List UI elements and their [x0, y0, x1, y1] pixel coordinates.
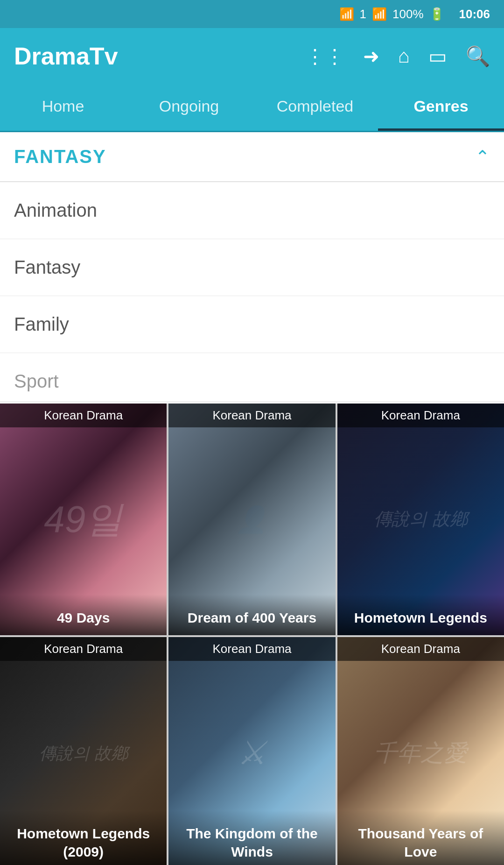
battery-icon: 🔋: [429, 7, 444, 21]
card-deco: 千年之愛: [342, 665, 499, 841]
drama-category: Korean Drama: [0, 404, 167, 427]
drama-card-thousand-years[interactable]: Korean Drama 千年之愛 Thousand Years of Love: [337, 637, 504, 865]
tab-ongoing[interactable]: Ongoing: [126, 84, 252, 131]
app-header: DramaTv ⋮⋮ ➜ ⌂ ▭ 🔍: [0, 28, 504, 84]
search-icon[interactable]: 🔍: [466, 45, 490, 68]
time-display: 10:06: [459, 7, 490, 21]
tab-home[interactable]: Home: [0, 84, 126, 131]
drama-category: Korean Drama: [337, 637, 504, 661]
battery-percent: 100%: [392, 7, 424, 21]
genre-item-sport[interactable]: Sport: [0, 353, 504, 402]
nav-tabs: Home Ongoing Completed Genres: [0, 84, 504, 132]
card-deco: 傳說의 故鄕: [5, 665, 162, 841]
genre-list: Animation Fantasy Family Sport: [0, 182, 504, 402]
drama-card-dream-400[interactable]: Korean Drama 👤 Dream of 400 Years: [168, 404, 335, 635]
drama-card-hometown-legends[interactable]: Korean Drama 傳說의 故鄕 Hometown Legends: [337, 404, 504, 635]
wifi-icon: 📶: [339, 7, 354, 21]
drama-card-hometown-2009[interactable]: Korean Drama 傳說의 故鄕 Hometown Legends (20…: [0, 637, 167, 865]
drama-card-kingdom-winds[interactable]: Korean Drama ⚔ The Kingdom of the Winds: [168, 637, 335, 865]
genre-section-title: FANTASY: [14, 146, 106, 167]
home-icon[interactable]: ⌂: [398, 45, 410, 67]
drama-category: Korean Drama: [337, 404, 504, 427]
drama-category: Korean Drama: [168, 404, 335, 427]
genre-item-animation[interactable]: Animation: [0, 182, 504, 239]
header-icons: ⋮⋮ ➜ ⌂ ▭ 🔍: [305, 45, 490, 68]
sim-icon: 1: [360, 7, 366, 21]
grid-icon[interactable]: ⋮⋮: [305, 45, 344, 68]
drama-category: Korean Drama: [0, 637, 167, 661]
card-deco: 傳說의 故鄕: [342, 432, 499, 607]
status-bar: 📶 1 📶 100% 🔋 10:06: [0, 0, 504, 28]
card-deco: ⚔: [173, 665, 330, 841]
genre-item-fantasy[interactable]: Fantasy: [0, 239, 504, 296]
app-title: DramaTv: [14, 42, 118, 70]
tab-completed[interactable]: Completed: [252, 84, 378, 131]
signal-icon: 📶: [372, 7, 387, 21]
drama-card-49-days[interactable]: Korean Drama 49일 49 Days: [0, 404, 167, 635]
card-deco: 👤: [173, 432, 330, 607]
share-icon[interactable]: ➜: [363, 45, 379, 68]
tab-genres[interactable]: Genres: [378, 84, 504, 131]
status-icons: 📶 1 📶 100% 🔋 10:06: [339, 7, 490, 21]
drama-category: Korean Drama: [168, 637, 335, 661]
genre-header[interactable]: FANTASY ⌃: [0, 132, 504, 182]
genre-item-family[interactable]: Family: [0, 296, 504, 353]
card-deco: 49일: [5, 432, 162, 607]
drama-grid: Korean Drama 49일 49 Days Korean Drama 👤 …: [0, 404, 504, 865]
chevron-up-icon: ⌃: [475, 147, 490, 167]
bookmark-icon[interactable]: ▭: [428, 45, 447, 68]
